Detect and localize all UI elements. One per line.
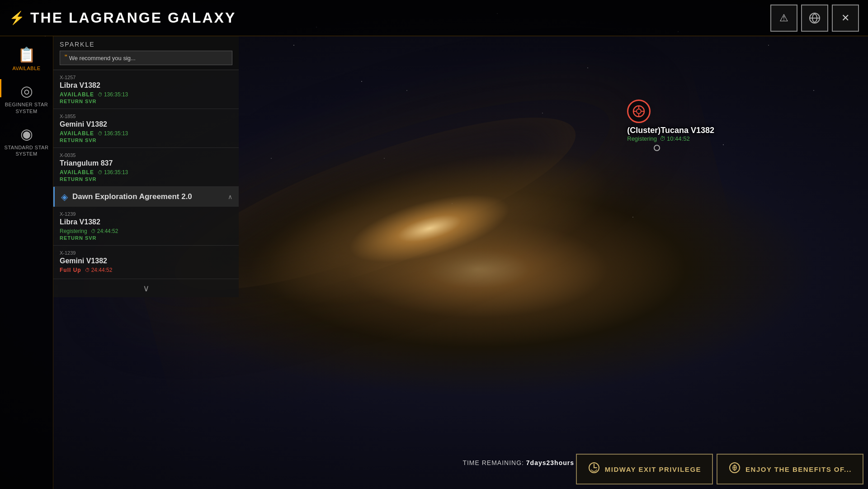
server-name: Gemini V1382 [60,120,232,128]
server-name: Libra V1382 [60,81,232,90]
time-remaining-label: TIME REMAINING: [462,459,524,466]
map-dot-marker [654,145,660,151]
server-status-row: AVAILABLE ⏱ 136:35:13 [60,91,232,98]
page-title: THE LAGRANGE GALAXY [30,9,236,26]
return-svr-tag: RETURN SVR [60,176,232,182]
return-svr-tag: RETURN SVR [60,235,232,241]
return-svr-tag: RETURN SVR [60,99,232,104]
beginner-label: Beginner Star System [4,101,49,114]
header-icon: ⚡ [9,10,25,25]
available-label: AVAILABLE [12,65,40,71]
cluster-status: Registering [627,135,657,142]
server-name: Gemini V1382 [60,257,232,265]
bottom-action-buttons: MIDWAY EXIT PRIVILEGE ENJOY THE BENEFITS… [576,454,863,484]
agreement-icon: ◈ [61,191,68,202]
available-icon: 📋 [18,46,36,63]
chevron-up-icon: ∧ [228,193,232,200]
benefits-icon [728,461,741,477]
server-status-row: AVAILABLE ⏱ 136:35:13 [60,130,232,137]
server-triangulum-x0035[interactable]: X-0035 Triangulum 837 AVAILABLE ⏱ 136:35… [53,148,239,187]
clock-icon: ⏱ [85,267,90,273]
server-libra-x1257[interactable]: X-1257 Libra V1382 AVAILABLE ⏱ 136:35:13… [53,70,239,109]
server-id: X-1239 [60,250,232,256]
close-button[interactable]: ✕ [832,5,859,32]
beginner-icon: ◎ [20,82,33,100]
server-list-panel: SPARKLE " We recommend you sig... X-1257… [53,36,239,489]
status-time: ⏱ 24:44:52 [91,228,118,234]
time-remaining-value: 7days23hours [526,459,574,466]
status-time: ⏱ 136:35:13 [98,130,128,137]
sparkle-message-text: We recommend you sig... [69,55,136,62]
standard-icon: ◉ [20,125,33,142]
sparkle-message[interactable]: " We recommend you sig... [60,51,232,65]
cluster-icon [627,100,651,123]
cluster-clock-icon: ⏱ [660,135,665,142]
clock-icon: ⏱ [91,228,96,234]
sidebar-active-indicator [0,79,1,97]
sidebar: 📋 AVAILABLE ◎ Beginner Star System ◉ Sta… [0,36,53,489]
midway-exit-label: MIDWAY EXIT PRIVILEGE [605,465,701,473]
midway-icon [588,461,600,477]
sparkle-header: SPARKLE " We recommend you sig... [53,36,239,70]
status-label: AVAILABLE [60,130,94,137]
cluster-status-row: Registering ⏱ 10:44:52 [627,135,689,142]
server-id: X-1855 [60,114,232,119]
header-actions: ⚠ ✕ [770,5,859,32]
status-time: ⏱ 136:35:13 [98,169,128,176]
server-libra-x1239[interactable]: X-1239 Libra V1382 Registering ⏱ 24:44:5… [53,207,239,246]
midway-exit-button[interactable]: MIDWAY EXIT PRIVILEGE [576,454,713,484]
cluster-marker: (Cluster)Tucana V1382 Registering ⏱ 10:4… [627,100,714,142]
server-id: X-1239 [60,211,232,217]
sparkle-title: SPARKLE [60,41,232,48]
server-name: Libra V1382 [60,218,232,226]
sidebar-item-beginner[interactable]: ◎ Beginner Star System [0,77,53,120]
time-remaining: TIME REMAINING: 7days23hours [462,459,574,466]
server-name: Triangulum 837 [60,159,232,167]
sidebar-item-available[interactable]: 📋 AVAILABLE [0,41,53,77]
server-gemini-x1239-full[interactable]: X-1239 Gemini V1382 Full Up ⏱ 24:44:52 [53,246,239,279]
enjoy-benefits-button[interactable]: ENJOY THE BENEFITS OF... [717,454,863,484]
server-id: X-1257 [60,75,232,80]
cluster-time: ⏱ 10:44:52 [660,135,690,142]
status-time: ⏱ 24:44:52 [85,267,113,273]
return-svr-tag: RETURN SVR [60,138,232,143]
dawn-agreement-header[interactable]: ◈ Dawn Exploration Agreement 2.0 ∧ [53,187,239,207]
clock-icon: ⏱ [98,170,103,175]
status-label: Full Up [60,267,81,273]
status-label: AVAILABLE [60,91,94,98]
status-label: Registering [60,228,87,234]
sidebar-item-standard[interactable]: ◉ Standard Star System [0,120,53,163]
clock-icon: ⏱ [98,131,103,136]
standard-label: Standard Star System [4,144,49,157]
status-time: ⏱ 136:35:13 [98,91,128,98]
cluster-name: (Cluster)Tucana V1382 [627,126,714,135]
alert-button[interactable]: ⚠ [770,5,797,32]
server-id: X-0035 [60,152,232,158]
enjoy-benefits-label: ENJOY THE BENEFITS OF... [745,465,852,473]
server-status-row: AVAILABLE ⏱ 136:35:13 [60,169,232,176]
server-status-row: Full Up ⏱ 24:44:52 [60,267,232,273]
status-label: AVAILABLE [60,169,94,176]
quote-icon: " [65,54,67,62]
server-status-row: Registering ⏱ 24:44:52 [60,228,232,234]
header-bar: ⚡ THE LAGRANGE GALAXY ⚠ ✕ [0,0,868,36]
svg-point-4 [637,109,641,114]
agreement-title: Dawn Exploration Agreement 2.0 [72,192,223,202]
view-button[interactable] [801,5,828,32]
clock-icon: ⏱ [98,92,103,97]
server-gemini-x1855[interactable]: X-1855 Gemini V1382 AVAILABLE ⏱ 136:35:1… [53,109,239,148]
scroll-down-indicator[interactable]: ∨ [53,279,239,297]
